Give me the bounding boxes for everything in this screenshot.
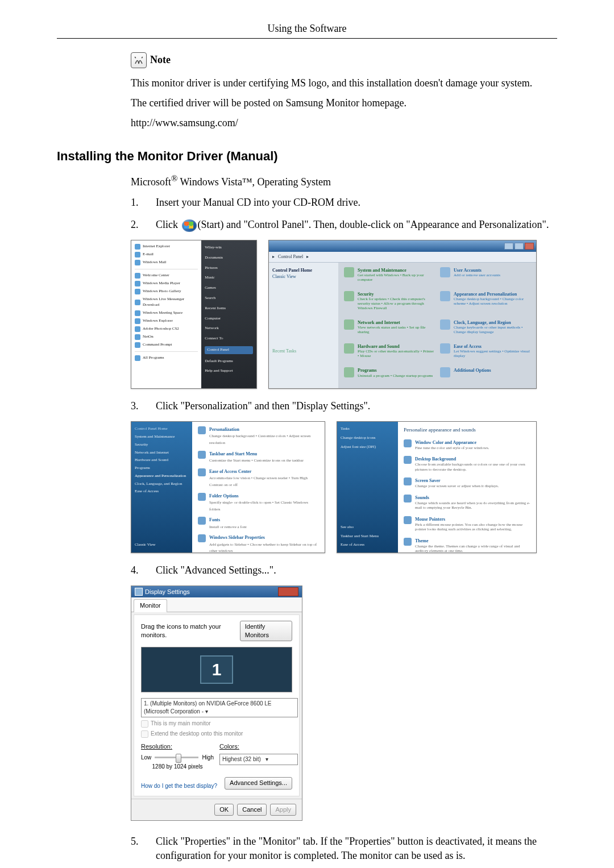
cp-classic[interactable]: Classic View	[272, 273, 335, 280]
cp-category[interactable]: Network and InternetView network status …	[344, 319, 434, 340]
side-link[interactable]: Clock, Language, and Region	[135, 481, 189, 487]
cp-category[interactable]: ProgramsUninstall a program • Change sta…	[344, 367, 434, 384]
pers-row[interactable]: Window Color and AppearanceFine tune the…	[404, 439, 530, 451]
cp-category[interactable]: Additional Options	[440, 367, 530, 384]
screenshot-display-settings: Display Settings Monitor Drag the icons …	[131, 585, 302, 821]
ap-row[interactable]: Taskbar and Start MenuCustomize the Star…	[198, 451, 319, 464]
maximize-button[interactable]	[515, 243, 524, 250]
cp-category[interactable]: User AccountsAdd or remove user accounts	[440, 267, 530, 288]
side-link[interactable]: Change desktop icons	[341, 435, 395, 441]
cp-category-appearance[interactable]: Appearance and PersonalizationChange des…	[440, 291, 530, 316]
pers-row[interactable]: SoundsChange which sounds are heard when…	[404, 495, 530, 510]
cp-category[interactable]: Hardware and SoundPlay CDs or other medi…	[344, 343, 434, 364]
side-link-active[interactable]: Appearance and Personalization	[135, 474, 189, 479]
start-menu-item[interactable]: Internet Explorer	[135, 244, 198, 250]
start-right-item[interactable]: Documents	[205, 255, 253, 261]
start-menu-item[interactable]: Welcome Center	[135, 273, 198, 279]
pers-row[interactable]: Screen SaverChange your screen saver or …	[404, 477, 530, 489]
ap-row[interactable]: Ease of Access CenterAccommodate low vis…	[198, 468, 319, 488]
start-menu-item[interactable]: Windows Live Messenger Download	[135, 297, 198, 308]
step-number: 1.	[131, 196, 142, 210]
step-number: 3.	[131, 399, 142, 413]
pers-row[interactable]: Desktop BackgroundChoose from available …	[404, 456, 530, 472]
start-right-item[interactable]: Music	[205, 275, 253, 281]
start-right-item[interactable]: Computer	[205, 316, 253, 322]
start-menu-item[interactable]: E-mail	[135, 252, 198, 258]
start-right-selected[interactable]: Control Panel	[205, 346, 253, 354]
screenshot-appearance-personalization: Control Panel Home System and Maintenanc…	[131, 421, 325, 553]
minimize-button[interactable]	[504, 243, 513, 250]
pers-title: Personalize appearance and sounds	[404, 426, 530, 434]
side-link[interactable]: Security	[135, 442, 189, 448]
start-menu-item[interactable]: Windows Mail	[135, 260, 198, 265]
screenshot-control-panel: ▸ Control Panel ▸ Control Panel Home Cla…	[268, 240, 537, 389]
note-label: Note	[150, 53, 171, 67]
ok-button[interactable]: OK	[214, 804, 234, 816]
start-right-item[interactable]: Help and Support	[205, 368, 253, 374]
step-5: 5. Click "Properties" in the "Monitor" t…	[131, 834, 557, 868]
monitor-number[interactable]: 1	[200, 655, 233, 684]
start-right-item[interactable]: Network	[205, 326, 253, 331]
cp-category[interactable]: Clock, Language, and RegionChange keyboa…	[440, 319, 530, 340]
cp-category[interactable]: Ease of AccessLet Windows suggest settin…	[440, 343, 530, 364]
cancel-button[interactable]: Cancel	[237, 804, 267, 816]
advanced-settings-button[interactable]: Advanced Settings...	[225, 777, 292, 789]
resolution-slider[interactable]: Low High	[141, 754, 214, 762]
start-menu-item[interactable]: Adobe Photoshop CS2	[135, 326, 198, 332]
step-2-a: Click	[156, 219, 181, 230]
start-right-item[interactable]: Wiley-win	[205, 245, 253, 251]
start-right-item[interactable]: Connect To	[205, 336, 253, 342]
start-right-item[interactable]: Default Programs	[205, 359, 253, 364]
start-right-item[interactable]: Pictures	[205, 265, 253, 271]
side-link[interactable]: Adjust font size (DPI)	[341, 445, 395, 450]
reg-mark: ®	[171, 174, 177, 183]
step-text: Click "Advanced Settings...".	[156, 563, 557, 578]
start-right-item[interactable]: Search	[205, 296, 253, 301]
ap-row[interactable]: Windows Sidebar PropertiesAdd gadgets to…	[198, 534, 319, 553]
side-link[interactable]: Taskbar and Start Menu	[341, 534, 395, 539]
start-menu-item[interactable]: Command Prompt	[135, 342, 198, 348]
dialog-title: Display Settings	[135, 588, 190, 596]
start-right-item[interactable]: Recent Items	[205, 306, 253, 312]
step-text: Click (Start) and "Control Panel". Then,…	[156, 218, 557, 232]
pers-row[interactable]: Mouse PointersPick a different mouse poi…	[404, 516, 530, 532]
close-button[interactable]	[278, 587, 298, 596]
resolution-value: 1280 by 1024 pixels	[141, 763, 214, 771]
monitor-dropdown[interactable]: 1. (Multiple Monitors) on NVIDIA GeForce…	[141, 698, 298, 717]
side-link[interactable]: Network and Internet	[135, 450, 189, 456]
note-p2: The certified driver will be posted on S…	[131, 96, 557, 110]
close-button[interactable]	[525, 243, 534, 250]
side-link[interactable]: Ease of Access	[135, 489, 189, 495]
page-header: Using the Software	[57, 23, 557, 35]
side-link[interactable]: Hardware and Sound	[135, 458, 189, 463]
side-link[interactable]: System and Maintenance	[135, 434, 189, 440]
step-text: Insert your Manual CD into your CD-ROM d…	[156, 196, 557, 210]
side-link: See also	[341, 525, 395, 530]
side-link[interactable]: Ease of Access	[341, 542, 395, 548]
step-3: 3. Click "Personalization" and then "Dis…	[131, 399, 557, 413]
cp-home[interactable]: Control Panel Home	[272, 267, 335, 273]
slider-high: High	[202, 754, 214, 762]
start-menu-item[interactable]: Windows Explorer	[135, 318, 198, 324]
all-programs[interactable]: All Programs	[135, 355, 198, 361]
start-menu-item[interactable]: Windows Media Player	[135, 281, 198, 286]
ap-row-personalization[interactable]: PersonalizationChange desktop background…	[198, 426, 319, 446]
start-menu-item[interactable]: Windows Photo Gallery	[135, 289, 198, 294]
start-menu-item[interactable]: NetOn	[135, 334, 198, 340]
help-link[interactable]: How do I get the best display?	[141, 782, 217, 790]
ap-row[interactable]: FontsInstall or remove a font	[198, 517, 319, 530]
monitor-preview[interactable]: 1	[141, 647, 292, 692]
side-link[interactable]: Classic View	[135, 542, 189, 548]
tab-monitor[interactable]: Monitor	[134, 599, 167, 612]
side-link[interactable]: Programs	[135, 466, 189, 471]
cp-category[interactable]: System and MaintenanceGet started with W…	[344, 267, 434, 288]
cp-category[interactable]: SecurityCheck for updates • Check this c…	[344, 291, 434, 316]
ap-row[interactable]: Folder OptionsSpecify single- or double-…	[198, 493, 319, 513]
address-bar[interactable]: ▸ Control Panel ▸	[269, 252, 536, 263]
side-link[interactable]: Control Panel Home	[135, 426, 189, 432]
identify-monitors-button[interactable]: Identify Monitors	[240, 621, 292, 642]
pers-row[interactable]: ThemeChange the theme. Themes can change…	[404, 538, 530, 553]
start-menu-item[interactable]: Windows Meeting Space	[135, 310, 198, 316]
colors-dropdown[interactable]: Highest (32 bit) ▾	[219, 754, 298, 765]
start-right-item[interactable]: Games	[205, 285, 253, 291]
